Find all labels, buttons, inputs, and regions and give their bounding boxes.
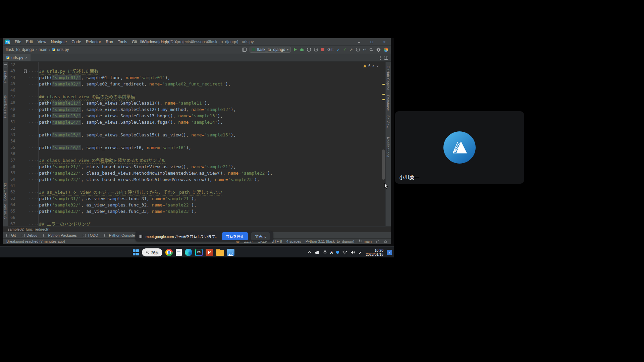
menu-edit[interactable]: Edit bbox=[23, 40, 35, 44]
volume-icon[interactable] bbox=[351, 250, 355, 254]
toolwindow-todo[interactable]: TODO bbox=[83, 233, 98, 237]
code-line-52[interactable]: 52 bbox=[8, 125, 385, 132]
taskbar-search[interactable]: 検索 bbox=[142, 248, 162, 256]
scrollbar-thumb[interactable] bbox=[382, 149, 385, 180]
indent-setting[interactable]: 4 spaces bbox=[286, 239, 301, 243]
search-icon[interactable] bbox=[369, 48, 373, 52]
settings-gear-icon[interactable] bbox=[376, 48, 381, 52]
toolwindow-debug[interactable]: Debug bbox=[22, 233, 37, 237]
menu-git[interactable]: Git bbox=[129, 40, 139, 44]
git-branch-widget[interactable]: main bbox=[359, 239, 372, 243]
hide-bar-button[interactable]: 非表示 bbox=[251, 232, 270, 240]
rollback-icon[interactable]: ↩ bbox=[363, 47, 366, 52]
stripe-database[interactable]: Database bbox=[386, 95, 390, 111]
taskbar-clock[interactable]: 10:20 2023/01/15 bbox=[366, 248, 383, 256]
stripe-bookmarks[interactable]: Bookmarks bbox=[3, 182, 7, 201]
notifications-bell-icon[interactable] bbox=[384, 239, 387, 243]
code-line-65[interactable]: 65····path('sample33/', as_view_samples.… bbox=[8, 208, 385, 215]
code-line-51[interactable]: 51····path('sample14/', sample_views.Sam… bbox=[8, 119, 385, 125]
code-line-49[interactable]: 49····path('sample12/', sample_views.Sam… bbox=[8, 106, 385, 113]
inspections-widget[interactable]: 6 ∧ ∨ bbox=[363, 64, 379, 68]
code-line-45[interactable]: 45····path('sample02/', sample02_func_re… bbox=[8, 81, 385, 87]
stripe-github-copilot[interactable]: GitHub Copilot bbox=[386, 66, 390, 90]
powerpoint-icon[interactable]: P bbox=[206, 249, 213, 256]
tab-close-icon[interactable]: × bbox=[25, 56, 27, 60]
close-button[interactable]: × bbox=[378, 38, 391, 46]
code-line-56[interactable]: 56 bbox=[8, 151, 385, 157]
stripe-structure[interactable]: Structure bbox=[3, 204, 7, 219]
photos-icon[interactable] bbox=[227, 249, 234, 256]
code-line-66[interactable]: 66 bbox=[8, 215, 385, 221]
code-line-53[interactable]: 53····path('sample15/', sample_views.Sam… bbox=[8, 132, 385, 138]
code-line-47[interactable]: 47····## class based view の話のための事前準備 bbox=[8, 94, 385, 100]
tab-urls-py[interactable]: urls.py × bbox=[3, 54, 31, 61]
menu-tools[interactable]: Tools bbox=[115, 40, 129, 44]
profiler-button[interactable] bbox=[314, 48, 318, 52]
tray-chevron-icon[interactable] bbox=[308, 251, 311, 253]
current-function[interactable]: sample02_func_redirect() bbox=[8, 227, 50, 231]
menu-code[interactable]: Code bbox=[69, 40, 84, 44]
notification-count-badge[interactable]: 2 bbox=[387, 250, 392, 255]
plugin-status-icon[interactable] bbox=[384, 48, 388, 52]
code-line-54[interactable]: 54 bbox=[8, 138, 385, 144]
editor-scrollbar[interactable] bbox=[381, 62, 385, 226]
history-icon[interactable] bbox=[356, 48, 360, 52]
file-encoding[interactable]: UTF-8 bbox=[272, 239, 282, 243]
menu-refactor[interactable]: Refactor bbox=[84, 40, 103, 44]
toolwindow-python-packages[interactable]: Python Packages bbox=[43, 233, 77, 237]
git-commit-icon[interactable]: ✓ bbox=[343, 47, 346, 52]
coverage-button[interactable] bbox=[307, 48, 311, 52]
stripe-sciview[interactable]: SciView bbox=[386, 115, 390, 128]
stripe-notifications[interactable]: Notifications bbox=[386, 137, 390, 158]
code-editor[interactable]: 4243····## urls.py に記述した関数44····path('sa… bbox=[8, 62, 385, 226]
code-line-58[interactable]: 58····path('sample21/', class_based_view… bbox=[8, 164, 385, 170]
stripe-project[interactable]: Project bbox=[3, 71, 7, 83]
start-button[interactable] bbox=[133, 249, 139, 255]
python-interpreter[interactable]: Python 3.11 (flask_to_django) bbox=[306, 239, 354, 243]
run-configuration-select[interactable]: flask_to_django ▾ bbox=[250, 47, 291, 53]
menu-navigate[interactable]: Navigate bbox=[49, 40, 69, 44]
bookmark-icon[interactable] bbox=[24, 69, 27, 73]
code-line-59[interactable]: 59····path('sample22/', class_based_view… bbox=[8, 170, 385, 176]
status-message[interactable]: Breakpoint reached (7 minutes ago) bbox=[6, 239, 65, 243]
stripe-pull-requests[interactable]: Pull Requests bbox=[3, 95, 7, 118]
microphone-icon[interactable] bbox=[323, 250, 327, 254]
debug-button[interactable] bbox=[300, 48, 304, 52]
git-push-icon[interactable]: ↗ bbox=[350, 47, 353, 52]
participant-tile[interactable]: 小川慶一 bbox=[395, 111, 524, 184]
hide-panel-icon[interactable] bbox=[384, 56, 388, 60]
code-line-46[interactable]: 46 bbox=[8, 87, 385, 94]
code-line-48[interactable]: 48····path('sample11/', sample_views.Sam… bbox=[8, 100, 385, 106]
project-folder-icon[interactable] bbox=[4, 64, 7, 67]
code-line-64[interactable]: 64····path('sample32/', as_view_samples.… bbox=[8, 202, 385, 208]
menu-run[interactable]: Run bbox=[103, 40, 115, 44]
run-button[interactable] bbox=[294, 48, 297, 51]
code-line-60[interactable]: 60····path('sample23/', class_based_view… bbox=[8, 176, 385, 183]
minimize-button[interactable]: – bbox=[353, 38, 365, 46]
code-line-63[interactable]: 63····path('sample31/', as_view_samples.… bbox=[8, 195, 385, 202]
code-line-67[interactable]: 67····## エラーのハンドリング bbox=[8, 221, 385, 226]
toolwindow-git[interactable]: Git bbox=[6, 233, 16, 237]
prev-warning-icon[interactable]: ∧ bbox=[372, 64, 374, 68]
maximize-button[interactable]: □ bbox=[365, 38, 378, 46]
code-line-42[interactable]: 42 bbox=[8, 62, 385, 68]
code-line-43[interactable]: 43····## urls.py に記述した関数 bbox=[8, 68, 385, 74]
pen-icon[interactable] bbox=[358, 250, 362, 254]
next-warning-icon[interactable]: ∨ bbox=[376, 64, 379, 68]
menu-file[interactable]: File bbox=[12, 40, 23, 44]
breadcrumb-file[interactable]: urls.py bbox=[57, 47, 69, 52]
toolwindow-python-console[interactable]: Python Console bbox=[104, 233, 135, 237]
stop-button[interactable] bbox=[321, 48, 324, 51]
breadcrumb-project[interactable]: flask_to_django bbox=[6, 47, 34, 52]
onedrive-cloud-icon[interactable] bbox=[315, 250, 320, 254]
wifi-icon[interactable] bbox=[342, 250, 347, 254]
menu-help[interactable]: Help bbox=[158, 40, 171, 44]
chrome-icon[interactable] bbox=[165, 249, 173, 256]
kebab-menu-icon[interactable] bbox=[380, 56, 381, 60]
widget-icon[interactable] bbox=[242, 48, 247, 52]
code-line-50[interactable]: 50····path('sample13/', sample_views.Sam… bbox=[8, 113, 385, 119]
edge-icon[interactable] bbox=[185, 249, 192, 256]
stop-sharing-button[interactable]: 共有を停止 bbox=[222, 232, 248, 240]
menu-window[interactable]: Window bbox=[140, 40, 159, 44]
code-line-61[interactable]: 61 bbox=[8, 183, 385, 189]
